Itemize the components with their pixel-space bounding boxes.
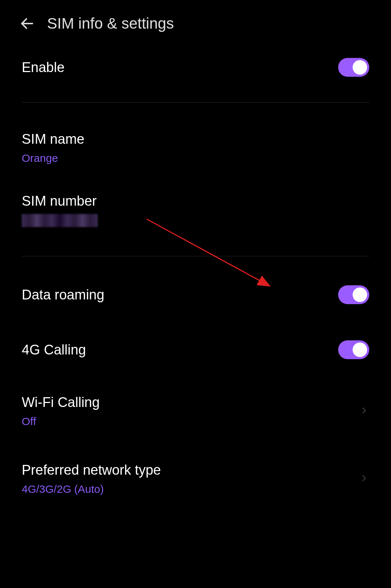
data-roaming-label: Data roaming xyxy=(22,287,104,303)
divider xyxy=(22,102,369,102)
preferred-network-label: Preferred network type xyxy=(22,462,161,478)
preferred-network-row[interactable]: Preferred network type 4G/3G/2G (Auto) xyxy=(22,445,369,513)
enable-label: Enable xyxy=(22,60,64,75)
preferred-network-value: 4G/3G/2G (Auto) xyxy=(22,483,161,495)
4g-calling-toggle[interactable] xyxy=(338,340,369,359)
header: SIM info & settings xyxy=(0,0,391,40)
enable-toggle[interactable] xyxy=(338,58,369,77)
page-title: SIM info & settings xyxy=(47,15,174,32)
wifi-calling-row[interactable]: Wi-Fi Calling Off xyxy=(22,377,369,445)
sim-number-row[interactable]: SIM number xyxy=(22,179,369,249)
data-roaming-toggle[interactable] xyxy=(338,285,369,304)
settings-list: Enable SIM name Orange SIM number Data r… xyxy=(0,40,391,513)
sim-name-row[interactable]: SIM name Orange xyxy=(22,110,369,179)
divider xyxy=(22,256,369,256)
sim-number-label: SIM number xyxy=(22,193,98,209)
toggle-knob xyxy=(353,343,367,357)
enable-row: Enable xyxy=(22,40,369,95)
sim-name-label: SIM name xyxy=(22,131,84,147)
chevron-right-icon xyxy=(359,473,369,485)
toggle-knob xyxy=(353,60,367,75)
chevron-right-icon xyxy=(359,406,369,417)
wifi-calling-label: Wi-Fi Calling xyxy=(22,395,100,410)
4g-calling-label: 4G Calling xyxy=(22,342,86,358)
wifi-calling-value: Off xyxy=(22,415,100,428)
4g-calling-row: 4G Calling xyxy=(22,322,369,377)
sim-name-value: Orange xyxy=(22,152,84,164)
data-roaming-row: Data roaming xyxy=(22,264,369,322)
sim-number-value-redacted xyxy=(22,214,98,227)
back-button[interactable] xyxy=(18,14,36,33)
toggle-knob xyxy=(353,287,367,302)
back-arrow-icon xyxy=(19,16,35,32)
